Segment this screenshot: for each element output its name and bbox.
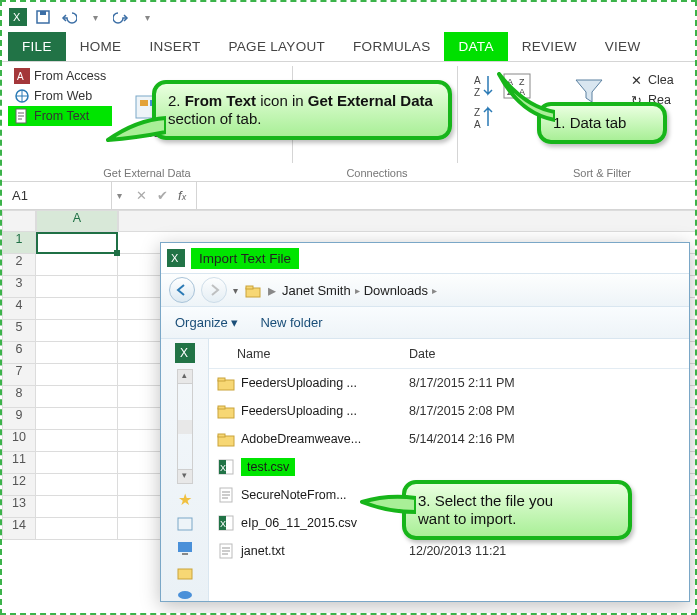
callout-2-t4: Get External Data — [308, 92, 433, 109]
globe-icon — [14, 88, 30, 104]
callout-1: 1. Data tab — [537, 102, 667, 144]
skydrive-icon[interactable] — [176, 587, 194, 601]
cell[interactable] — [36, 518, 118, 540]
row-header[interactable]: 5 — [2, 320, 36, 342]
cell[interactable] — [36, 452, 118, 474]
list-col-name[interactable]: Name — [209, 347, 409, 361]
cell[interactable] — [36, 408, 118, 430]
cell[interactable] — [36, 364, 118, 386]
forward-button[interactable] — [201, 277, 227, 303]
file-date: 8/17/2015 2:08 PM — [409, 404, 689, 418]
new-folder-button[interactable]: New folder — [260, 315, 322, 330]
row-header[interactable]: 7 — [2, 364, 36, 386]
row-header[interactable]: 2 — [2, 254, 36, 276]
file-name: FeedersUploading ... — [241, 404, 357, 418]
tab-home[interactable]: HOME — [66, 32, 136, 61]
favorites-icon[interactable]: ★ — [178, 490, 192, 509]
cell[interactable] — [36, 474, 118, 496]
tab-insert[interactable]: INSERT — [135, 32, 214, 61]
cell[interactable] — [36, 430, 118, 452]
sidebar-scrollbar[interactable]: ▴▾ — [177, 369, 193, 484]
breadcrumb[interactable]: Janet Smith ▸ Downloads ▸ — [282, 283, 437, 298]
tab-file[interactable]: FILE — [8, 32, 66, 61]
tab-view[interactable]: VIEW — [591, 32, 655, 61]
qat-customize-icon[interactable]: ▾ — [84, 6, 106, 28]
list-col-date[interactable]: Date — [409, 347, 689, 361]
row-header[interactable]: 12 — [2, 474, 36, 496]
tab-formulas[interactable]: FORMULAS — [339, 32, 444, 61]
cell[interactable] — [36, 254, 118, 276]
cell[interactable] — [36, 496, 118, 518]
svg-text:X: X — [220, 519, 226, 529]
from-web-button[interactable]: From Web — [8, 86, 112, 106]
from-access-button[interactable]: A From Access — [8, 66, 112, 86]
row-header[interactable]: 13 — [2, 496, 36, 518]
group-label-connections: Connections — [312, 167, 442, 179]
sort-desc-button[interactable]: ZA — [472, 104, 496, 132]
access-icon: A — [14, 68, 30, 84]
row-header[interactable]: 10 — [2, 430, 36, 452]
row-header[interactable]: 3 — [2, 276, 36, 298]
up-folder-icon[interactable] — [244, 281, 262, 299]
from-text-button[interactable]: From Text — [8, 106, 112, 126]
cell[interactable] — [36, 232, 118, 254]
clear-filter-button[interactable]: ✕Clea — [622, 70, 680, 90]
breadcrumb-1[interactable]: Downloads — [364, 283, 428, 298]
organize-button[interactable]: Organize ▾ — [175, 315, 238, 330]
file-row[interactable]: Xtest.csv — [209, 453, 689, 481]
cell[interactable] — [36, 386, 118, 408]
text-icon — [217, 542, 235, 560]
col-header-rest[interactable] — [118, 210, 697, 232]
tab-page-layout[interactable]: PAGE LAYOUT — [214, 32, 339, 61]
excel-app-icon: X — [8, 7, 28, 27]
clear-label: Clea — [648, 73, 674, 87]
file-row[interactable]: FeedersUploading ...8/17/2015 2:08 PM — [209, 397, 689, 425]
downloads-folder-icon[interactable] — [176, 563, 194, 581]
callout-2-t3: icon in — [256, 92, 308, 109]
file-row[interactable]: AdobeDreamweave...5/14/2014 2:16 PM — [209, 425, 689, 453]
breadcrumb-0[interactable]: Janet Smith — [282, 283, 351, 298]
file-row[interactable]: FeedersUploading ...8/17/2015 2:11 PM — [209, 369, 689, 397]
tab-data[interactable]: DATA — [444, 32, 507, 61]
tab-review[interactable]: REVIEW — [508, 32, 591, 61]
sort-asc-button[interactable]: AZ — [472, 72, 496, 100]
text-file-icon — [14, 108, 30, 124]
cell[interactable] — [36, 342, 118, 364]
redo-dropdown-icon[interactable]: ▾ — [136, 6, 158, 28]
back-button[interactable] — [169, 277, 195, 303]
sidebar-excel-icon: X — [175, 343, 195, 363]
history-dropdown-icon[interactable]: ▾ — [233, 285, 238, 296]
save-icon[interactable] — [32, 6, 54, 28]
excel-icon: X — [217, 458, 235, 476]
recent-icon[interactable] — [176, 515, 194, 533]
ribbon-tabs: FILE HOME INSERT PAGE LAYOUT FORMULAS DA… — [2, 32, 695, 62]
callout-3-t2: want to import. — [418, 510, 516, 527]
select-all-corner[interactable] — [2, 210, 36, 232]
row-header[interactable]: 14 — [2, 518, 36, 540]
row-header[interactable]: 6 — [2, 342, 36, 364]
name-box-dropdown-icon[interactable]: ▾ — [112, 190, 126, 201]
svg-rect-9 — [140, 100, 148, 106]
row-header[interactable]: 4 — [2, 298, 36, 320]
svg-rect-30 — [182, 553, 188, 555]
cell[interactable] — [36, 298, 118, 320]
row-header[interactable]: 9 — [2, 408, 36, 430]
callout-2-t2: From Text — [185, 92, 256, 109]
col-header-a[interactable]: A — [36, 210, 118, 232]
redo-icon[interactable] — [110, 6, 132, 28]
svg-rect-29 — [178, 542, 192, 552]
cell[interactable] — [36, 276, 118, 298]
row-header[interactable]: 11 — [2, 452, 36, 474]
name-box[interactable]: A1 — [2, 182, 112, 209]
enter-formula-icon[interactable]: ✔ — [157, 188, 168, 203]
fx-icon[interactable]: fx — [178, 188, 186, 203]
callout-1-text: 1. Data tab — [553, 114, 626, 131]
desktop-icon[interactable] — [176, 539, 194, 557]
file-row[interactable]: janet.txt12/20/2013 11:21 — [209, 537, 689, 565]
row-header[interactable]: 1 — [2, 232, 36, 254]
undo-icon[interactable] — [58, 6, 80, 28]
folder-icon — [217, 374, 235, 392]
cell[interactable] — [36, 320, 118, 342]
cancel-formula-icon[interactable]: ✕ — [136, 188, 147, 203]
row-header[interactable]: 8 — [2, 386, 36, 408]
